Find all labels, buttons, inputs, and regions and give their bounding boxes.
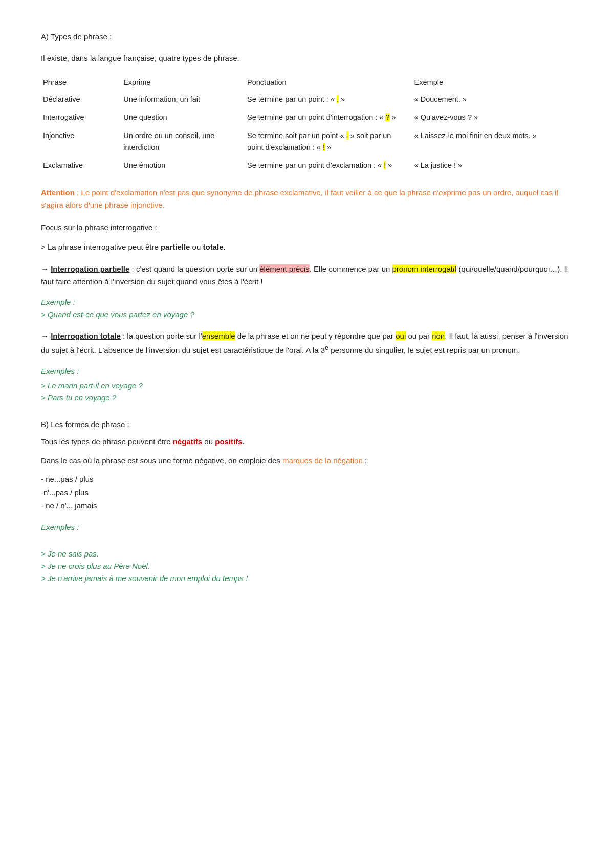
section-b-intro: Tous les types de phrase peuvent être: [41, 437, 173, 446]
totale-bold: totale: [203, 242, 223, 251]
example-partielle: Exemple : > Quand est-ce que vous partez…: [41, 296, 573, 321]
section-b-period: .: [243, 437, 245, 446]
table-cell-exemple-interrogative: « Qu'avez-vous ? »: [412, 109, 573, 127]
table-cell-phrase-exclamative: Exclamative: [41, 158, 121, 175]
section-b-intro-text: Tous les types de phrase peuvent être né…: [41, 436, 573, 449]
table-cell-exemple-declarative: « Doucement. »: [412, 92, 573, 109]
table-cell-exemple-exclamative: « La justice ! »: [412, 158, 573, 175]
table-header-exprime: Exprime: [121, 75, 245, 92]
attention-paragraph: Attention : Le point d'exclamation n'est…: [41, 187, 573, 211]
table-cell-phrase-injonctive: Injonctive: [41, 128, 121, 158]
totale-text1: : la question porte sur l': [121, 331, 202, 340]
examples-neg-label: Exemples :: [41, 521, 573, 533]
partielle-bold: partielle: [161, 242, 190, 251]
table-cell-phrase-interrogative: Interrogative: [41, 109, 121, 127]
table-header-phrase: Phrase: [41, 75, 121, 92]
table-cell-exprime-interrogative: Une question: [121, 109, 245, 127]
totale-text3: ou par: [406, 331, 432, 340]
table-cell-ponctuation-declarative: Se termine par un point : « . »: [245, 92, 412, 109]
focus-title: Focus sur la phrase interrogative :: [41, 221, 573, 234]
attention-body: : Le point d'exclamation n'est pas que s…: [41, 188, 558, 209]
table-cell-exprime-injonctive: Un ordre ou un conseil, une interdiction: [121, 128, 245, 158]
table-row: Déclarative Une information, un fait Se …: [41, 92, 573, 109]
table-header-exemple: Exemple: [412, 75, 573, 92]
totale-text5: personne du singulier, le sujet est repr…: [328, 346, 520, 354]
table-header-ponctuation: Ponctuation: [245, 75, 412, 92]
highlight-point-injonctive: .: [346, 131, 348, 140]
highlight-interrogation: ?: [385, 113, 389, 121]
marques-label: marques de la négation: [282, 456, 363, 465]
table-row: Exclamative Une émotion Se termine par u…: [41, 158, 573, 175]
intro-text: Il existe, dans la langue française, qua…: [41, 52, 573, 64]
interrogation-partielle-block: → Interrogation partielle : c'est quand …: [41, 263, 573, 288]
list-item: - ne...pas / plus: [41, 473, 573, 485]
example-partielle-label: Exemple :: [41, 296, 573, 308]
table-cell-ponctuation-exclamative: Se termine par un point d'exclamation : …: [245, 158, 412, 175]
negatifs-label: négatifs: [173, 437, 203, 446]
table-row: Interrogative Une question Se termine pa…: [41, 109, 573, 127]
interrogation-totale-block: → Interrogation totale : la question por…: [41, 330, 573, 357]
examples-neg-line-1: > Je ne sais pas.: [41, 548, 573, 560]
totale-text2: de la phrase et on ne peut y répondre qu…: [235, 331, 396, 340]
partielle-text1: : c'est quand la question porte sur un: [129, 264, 259, 273]
attention-label: Attention: [41, 188, 75, 197]
table-cell-phrase-declarative: Déclarative: [41, 92, 121, 109]
list-item: - ne / n'... jamais: [41, 500, 573, 512]
negation-intro-paragraph: Dans le cas où la phrase est sous une fo…: [41, 455, 573, 468]
highlight-excl-exclamative: !: [384, 161, 386, 169]
section-b-title: B) Les formes de phrase :: [41, 418, 573, 431]
positifs-label: positifs: [215, 437, 242, 446]
table-row: Injonctive Un ordre ou un conseil, une i…: [41, 128, 573, 158]
examples-neg: Exemples : > Je ne sais pas. > Je ne cro…: [41, 521, 573, 585]
examples-totale: Exemples : > Le marin part-il en voyage …: [41, 365, 573, 404]
ou-text: ou: [202, 437, 215, 446]
totale-highlight-oui: oui: [396, 331, 406, 340]
examples-totale-line-2: > Pars-tu en voyage ?: [41, 392, 573, 404]
table-cell-exprime-declarative: Une information, un fait: [121, 92, 245, 109]
totale-highlight-non: non: [432, 331, 445, 340]
example-partielle-line: > Quand est-ce que vous partez en voyage…: [41, 308, 573, 321]
table-cell-exprime-exclamative: Une émotion: [121, 158, 245, 175]
negation-intro-1: Dans le cas où la phrase est sous une fo…: [41, 456, 282, 465]
partielle-highlight-element: élément précis: [259, 264, 310, 273]
negation-list: - ne...pas / plus -n'...pas / plus - ne …: [41, 473, 573, 512]
totale-highlight-ensemble: ensemble: [202, 331, 235, 340]
partielle-text2: . Elle commence par un: [310, 264, 392, 273]
table-cell-exemple-injonctive: « Laissez-le moi finir en deux mots. »: [412, 128, 573, 158]
section-a-title: A) Types de phrase :: [41, 31, 573, 43]
partial-total-block: > La phrase interrogative peut être part…: [41, 241, 573, 254]
period-text: .: [223, 242, 225, 251]
or-text: ou: [190, 242, 203, 251]
list-item: -n'...pas / plus: [41, 486, 573, 499]
examples-totale-label: Exemples :: [41, 365, 573, 377]
examples-totale-line-1: > Le marin part-il en voyage ?: [41, 380, 573, 392]
negation-intro-2: :: [363, 456, 367, 465]
table-cell-ponctuation-interrogative: Se termine par un point d'interrogation …: [245, 109, 412, 127]
phrase-table: Phrase Exprime Ponctuation Exemple Décla…: [41, 75, 573, 175]
examples-neg-line-3: > Je n'arrive jamais à me souvenir de mo…: [41, 572, 573, 585]
partielle-highlight-pronom: pronom interrogatif: [392, 264, 457, 273]
highlight-excl-injonctive: !: [323, 143, 325, 151]
highlight-point-declarative: .: [337, 95, 339, 103]
interrogation-partielle-label: Interrogation partielle: [51, 264, 129, 273]
partial-total-intro: > La phrase interrogative peut être: [41, 242, 161, 251]
examples-neg-line-2: > Je ne crois plus au Père Noël.: [41, 560, 573, 572]
table-cell-ponctuation-injonctive: Se termine soit par un point « . » soit …: [245, 128, 412, 158]
interrogation-totale-label: Interrogation totale: [51, 331, 121, 340]
